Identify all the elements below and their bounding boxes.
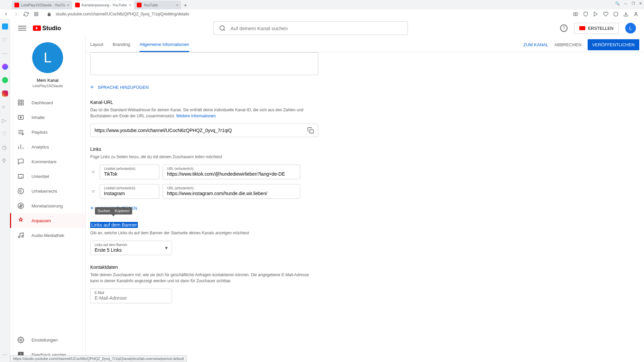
tab-title: YouTube: [144, 3, 158, 7]
shield-icon[interactable]: [583, 11, 588, 17]
window-controls: 🔍 — ❐ ✕: [615, 1, 642, 6]
youtube-favicon-icon: [14, 3, 19, 7]
svg-point-5: [575, 13, 576, 15]
svg-rect-3: [37, 14, 38, 16]
maximize-icon[interactable]: ❐: [632, 1, 635, 6]
forward-button[interactable]: [13, 11, 19, 17]
tiles-icon[interactable]: [33, 11, 40, 17]
tab-title: Kanalanpassung - YouTube: [82, 3, 127, 7]
heart-icon[interactable]: [603, 11, 608, 17]
browser-tab[interactable]: LetsPlay1923asda - YouTu ×: [12, 1, 72, 9]
tab-title: LetsPlay1923asda - YouTu: [21, 3, 65, 7]
new-tab-button[interactable]: +: [181, 1, 190, 9]
cube-icon[interactable]: [613, 11, 619, 17]
svg-marker-6: [594, 12, 597, 16]
address-bar: studio.youtube.com/channel/UCocN6zQPHQZ_…: [0, 9, 644, 19]
back-button[interactable]: [3, 11, 9, 17]
browser-tab-active[interactable]: Kanalanpassung - YouTube ×: [72, 1, 134, 9]
youtube-favicon-icon: [137, 3, 142, 7]
youtube-favicon-icon: [75, 3, 80, 7]
close-window-icon[interactable]: ✕: [639, 1, 642, 6]
minimize-icon[interactable]: —: [624, 1, 628, 6]
browser-tab[interactable]: YouTube ×: [134, 1, 181, 9]
svg-rect-1: [37, 12, 38, 14]
search-chrome-icon[interactable]: 🔍: [615, 1, 620, 6]
reload-button[interactable]: [23, 11, 30, 17]
lock-icon[interactable]: [46, 11, 52, 17]
close-tab-icon[interactable]: ×: [67, 3, 69, 7]
svg-rect-4: [574, 13, 578, 16]
browser-chrome: 🔍 — ❐ ✕ LetsPlay1923asda - YouTu × Kanal…: [0, 0, 644, 19]
download-icon[interactable]: [623, 11, 629, 17]
play-icon[interactable]: [593, 11, 598, 17]
close-tab-icon[interactable]: ×: [176, 3, 178, 7]
url-text[interactable]: studio.youtube.com/channel/UCocN6zQPHQZ_…: [56, 12, 570, 16]
profile-icon[interactable]: [633, 11, 639, 17]
camera-icon[interactable]: [573, 11, 578, 17]
close-tab-icon[interactable]: ×: [129, 3, 131, 7]
svg-point-7: [635, 12, 637, 14]
svg-rect-0: [35, 12, 36, 14]
svg-rect-2: [35, 14, 36, 16]
tab-bar: LetsPlay1923asda - YouTu × Kanalanpassun…: [0, 0, 644, 9]
